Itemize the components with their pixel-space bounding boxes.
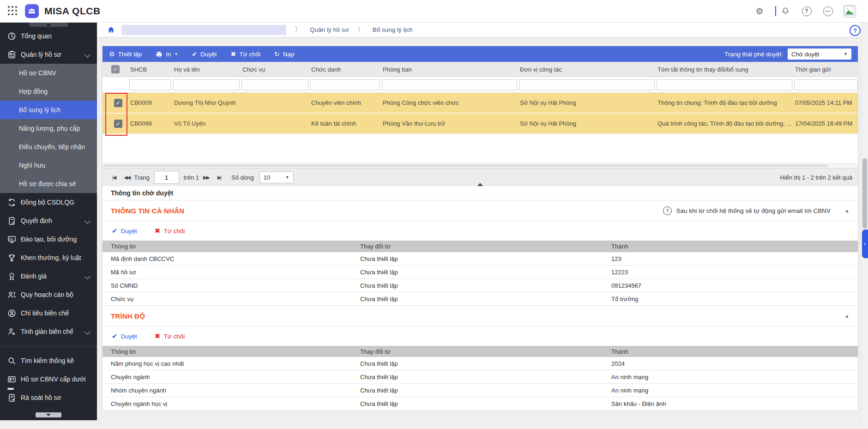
- column-header-tom-tat[interactable]: Tóm tắt thông tin thay đổi/bổ sung: [655, 66, 792, 73]
- filter-phong-ban[interactable]: [382, 79, 517, 91]
- scrollbar-thumb[interactable]: [862, 158, 867, 229]
- breadcrumb-separator: 〉: [295, 25, 301, 34]
- approve-section-button[interactable]: ✔ Duyệt: [112, 227, 137, 235]
- last-page-button[interactable]: ▶|: [217, 175, 221, 181]
- detail-row[interactable]: Số CMND Chưa thiết lập 091234567: [102, 279, 858, 292]
- reject-section-button[interactable]: ✖ Từ chối: [155, 332, 185, 340]
- collapse-section-icon[interactable]: ▲: [844, 313, 850, 319]
- sidebar-item-tinh-gian-bien-che[interactable]: Tinh giản biên chế: [0, 322, 97, 341]
- settings-button[interactable]: ⚙ Thiết lập: [109, 50, 142, 58]
- page-input[interactable]: [154, 171, 179, 184]
- people-icon: [6, 290, 17, 300]
- filter-shcb[interactable]: [129, 79, 171, 91]
- person-star-icon: [6, 326, 17, 337]
- detail-row[interactable]: Nhóm chuyên ngành Chưa thiết lập An ninh…: [102, 384, 858, 397]
- filter-tom-tat[interactable]: [657, 79, 792, 91]
- breadcrumb-item-current[interactable]: Bổ sung lý lịch: [373, 26, 413, 33]
- sidebar-scroll-down[interactable]: [36, 412, 61, 417]
- sidebar-item-quan-ly-ho-so[interactable]: Quản lý hồ sơ: [0, 45, 97, 64]
- help-icon[interactable]: ?: [801, 6, 812, 17]
- filter-row: [102, 77, 858, 93]
- sidebar-item-chi-tieu-bien-che[interactable]: Chỉ tiêu biên chế: [0, 304, 97, 322]
- next-page-button[interactable]: ▶▶: [203, 175, 209, 181]
- sidebar-item-danh-gia[interactable]: Đánh giá: [0, 267, 97, 285]
- sidebar-item-quyet-dinh[interactable]: Quyết định: [0, 211, 97, 230]
- detail-row[interactable]: Năm phong học vị cao nhất Chưa thiết lập…: [102, 357, 858, 370]
- filter-chuc-vu[interactable]: [241, 79, 308, 91]
- detail-row[interactable]: Chức vụ Chưa thiết lập Tổ trưởng: [102, 292, 858, 306]
- breadcrumb-item[interactable]: Quản lý hồ sơ: [310, 26, 349, 33]
- sidebar-item-bo-sung-ly-lich[interactable]: Bổ sung lý lịch: [0, 101, 97, 119]
- breadcrumb-redacted-item[interactable]: [121, 25, 286, 35]
- prev-page-button[interactable]: ◀◀: [124, 175, 130, 181]
- column-header-ho-va-ten[interactable]: Họ và tên: [171, 66, 240, 73]
- sidebar-item-dieu-chuyen-tiep-nhan[interactable]: Điều chuyển, tiếp nhận: [0, 138, 97, 156]
- grid-header: ✓ SHCB Họ và tên Chức vụ Chức danh Phòng…: [102, 62, 858, 77]
- sidebar-item-ra-soat-ho-so[interactable]: Rà soát hồ sơ: [0, 388, 97, 407]
- x-icon: ✖: [155, 332, 161, 340]
- column-header-shcb[interactable]: SHCB: [127, 66, 171, 73]
- sidebar-item-nang-luong-phu-cap[interactable]: Nâng lương, phụ cấp: [0, 119, 97, 138]
- main-panel: ⚙ Thiết lập In ▼ ✔ Duyệt ✖ Từ chối ↻ Nạp…: [102, 46, 858, 411]
- rows-per-page-label: Số dòng: [231, 174, 253, 181]
- first-page-button[interactable]: |◀: [112, 175, 115, 181]
- column-header-chuc-vu[interactable]: Chức vụ: [240, 66, 308, 73]
- sidebar-item-tim-kiem-thong-ke[interactable]: Tìm kiếm thống kê: [0, 351, 97, 370]
- detail-row[interactable]: Chuyên ngành Chưa thiết lập An ninh mạng: [102, 370, 858, 384]
- reject-button[interactable]: ✖ Từ chối: [231, 50, 261, 58]
- detail-row[interactable]: Mã định danh CBCCVC Chưa thiết lập 123: [102, 252, 858, 266]
- floating-help-button[interactable]: ?: [850, 25, 861, 36]
- sidebar-item-dong-bo-csdlqg[interactable]: Đồng bộ CSDLQG: [0, 193, 97, 211]
- detail-pane-title: Thông tin chờ duyệt: [102, 186, 858, 200]
- collapse-section-icon[interactable]: ▲: [844, 208, 850, 213]
- trophy-icon: [6, 253, 17, 263]
- sidebar-item-quy-hoach-can-bo[interactable]: Quy hoạch cán bộ: [0, 285, 97, 304]
- chevron-down-icon: [84, 273, 90, 279]
- filter-ho-va-ten[interactable]: [173, 79, 240, 91]
- sidebar-item-ho-so-cbnv[interactable]: Hồ sơ CBNV: [0, 64, 97, 82]
- detail-row[interactable]: Mã hồ sơ Chưa thiết lập 12223: [102, 266, 858, 279]
- sidebar-item-tong-quan[interactable]: Tổng quan: [0, 27, 97, 45]
- filter-don-vi[interactable]: [519, 79, 655, 91]
- monitor-icon: [6, 234, 17, 244]
- approve-button[interactable]: ✔ Duyệt: [192, 50, 217, 58]
- detail-table-header: Thông tin Thay đổi từ Thành: [102, 241, 858, 252]
- sidebar-item-nghi-huu[interactable]: Nghỉ hưu: [0, 156, 97, 175]
- gear-icon[interactable]: ⚙: [754, 6, 765, 17]
- filter-thoi-gian[interactable]: [794, 79, 858, 91]
- section-header-personal-info: THÔNG TIN CÁ NHÂN ! Sau khi từ chối hệ t…: [102, 200, 858, 221]
- print-button[interactable]: In ▼: [156, 51, 178, 58]
- sidebar-item-khen-thuong-ky-luat[interactable]: Khen thưởng, kỷ luật: [0, 248, 97, 267]
- horizontal-scrollbar[interactable]: [102, 163, 858, 168]
- reload-button[interactable]: ↻ Nạp: [274, 50, 295, 58]
- apps-grid-icon[interactable]: [7, 6, 18, 17]
- breadcrumb-separator: 〉: [357, 25, 364, 34]
- avatar[interactable]: [844, 5, 856, 18]
- select-all-checkbox[interactable]: ✓: [111, 65, 120, 73]
- sidebar-item-dao-tao-boi-duong[interactable]: Đào tạo, bồi dưỡng: [0, 230, 97, 248]
- approve-section-button[interactable]: ✔ Duyệt: [112, 332, 137, 340]
- sidebar-scroll-up[interactable]: [29, 23, 68, 27]
- rows-per-page-select[interactable]: 10 ▼: [259, 171, 294, 183]
- filter-chuc-danh[interactable]: [310, 79, 380, 91]
- sidebar-item-ho-so-duoc-chia-se[interactable]: Hồ sơ được chia sẻ: [0, 175, 97, 193]
- detail-row[interactable]: Chuyên ngành học vị Chưa thiết lập Sân k…: [102, 397, 858, 411]
- sidebar-item-hop-dong[interactable]: Hợp đồng: [0, 82, 97, 101]
- column-header-don-vi[interactable]: Đơn vị công tác: [517, 66, 655, 73]
- more-icon[interactable]: ⋯: [822, 6, 833, 17]
- sidebar-item-ho-so-cbnv-cap-duoi[interactable]: Hồ sơ CBNV cấp dưới: [0, 370, 97, 388]
- reject-section-button[interactable]: ✖ Từ chối: [155, 227, 185, 235]
- bell-icon[interactable]: [780, 6, 791, 17]
- vertical-scrollbar[interactable]: [861, 22, 868, 429]
- column-header-thoi-gian[interactable]: Thời gian gửi: [792, 66, 858, 73]
- table-row[interactable]: ✓ CB0009 Dương Thị Như Quỳnh Chuyên viên…: [102, 93, 858, 114]
- column-header-phong-ban[interactable]: Phòng ban: [380, 66, 517, 73]
- id-card-icon: [6, 374, 17, 384]
- pane-splitter-handle[interactable]: [471, 181, 489, 186]
- reject-email-note: ! Sau khi từ chối hệ thống sẽ tự động gử…: [663, 206, 831, 215]
- approval-status-select[interactable]: Chờ duyệt ▼: [788, 48, 851, 60]
- home-icon[interactable]: [107, 26, 115, 34]
- column-header-chuc-danh[interactable]: Chức danh: [308, 66, 380, 73]
- table-row[interactable]: ✓ CB0098 Vũ Tố Uyên Kế toán tài chính Ph…: [102, 114, 858, 134]
- side-panel-toggle[interactable]: ‹: [862, 230, 868, 258]
